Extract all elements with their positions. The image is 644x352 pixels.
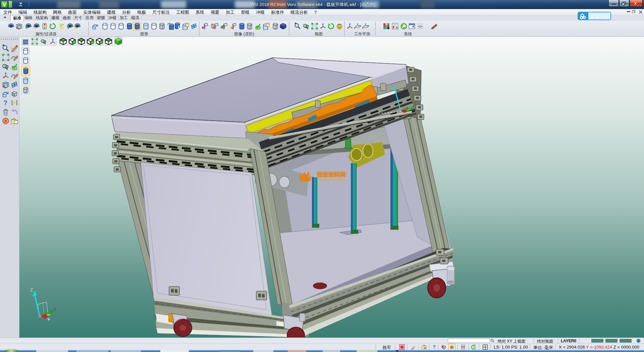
- svg-text:智造资料网: 智造资料网: [317, 172, 345, 178]
- svg-text:Y: Y: [414, 101, 417, 106]
- svg-text:Y: Y: [54, 307, 56, 312]
- svg-text:Z: Z: [30, 287, 33, 293]
